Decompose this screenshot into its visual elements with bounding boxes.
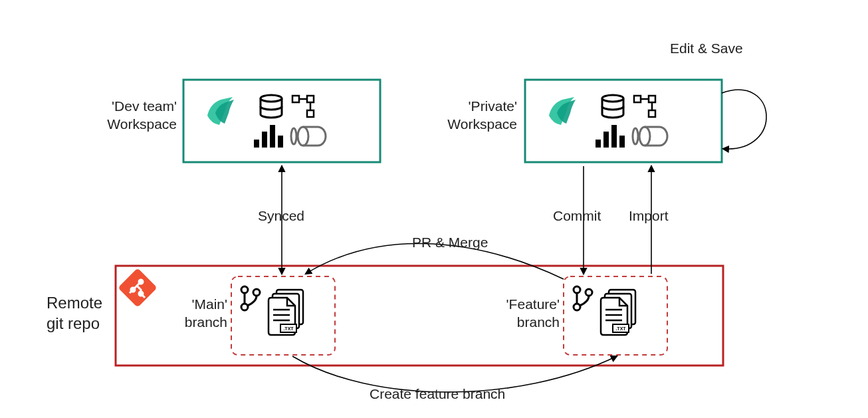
import-label: Import	[629, 207, 669, 225]
private-workspace-label: 'Private' Workspace	[431, 97, 517, 134]
feature-branch-files-icon	[601, 290, 635, 335]
feature-branch-label: 'Feature' branch	[494, 295, 560, 332]
main-branch-files-icon	[269, 290, 303, 335]
commit-label: Commit	[553, 207, 601, 225]
synced-label: Synced	[258, 207, 304, 225]
edit-save-arrow	[722, 90, 766, 149]
create-branch-label: Create feature branch	[370, 385, 505, 403]
edit-save-label: Edit & Save	[670, 40, 743, 57]
dev-workspace-label: 'Dev team' Workspace	[77, 97, 177, 134]
main-branch-label: 'Main' branch	[171, 295, 227, 332]
pr-merge-label: PR & Merge	[412, 234, 488, 251]
remote-repo-title: Remote git repo	[47, 292, 102, 334]
